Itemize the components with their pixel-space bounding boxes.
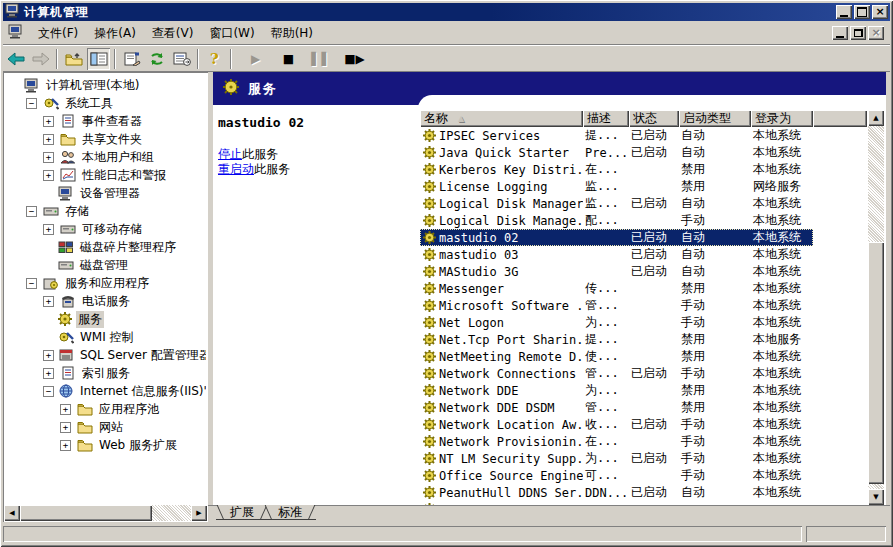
scroll-right-button[interactable]: ▶: [191, 505, 207, 521]
collapse-icon[interactable]: −: [26, 206, 37, 217]
service-row[interactable]: mastudio 03已启动自动本地系统: [420, 246, 868, 263]
expand-icon[interactable]: +: [43, 224, 54, 235]
service-row[interactable]: IPSEC Services提...已启动自动本地系统: [420, 127, 868, 144]
service-row[interactable]: Kerberos Key Distri...在...禁用本地系统: [420, 161, 868, 178]
tree-item-computer[interactable]: 计算机管理(本地): [5, 76, 206, 94]
scroll-track[interactable]: [152, 505, 191, 521]
tree-item-folder[interactable]: +网站: [5, 418, 206, 436]
tree-item-folder[interactable]: +Web 服务扩展: [5, 436, 206, 454]
tree-item-label[interactable]: 可移动存储: [80, 221, 144, 238]
tree-item-sql-config[interactable]: +SQL Server 配置管理器: [5, 346, 206, 364]
tree-item-label[interactable]: SQL Server 配置管理器: [78, 347, 206, 364]
expand-icon[interactable]: +: [60, 404, 71, 415]
service-row[interactable]: License Logging监...禁用网络服务: [420, 178, 868, 195]
service-row[interactable]: Logical Disk Manage...配...手动本地系统: [420, 212, 868, 229]
menu-f[interactable]: 文件(F): [30, 23, 86, 43]
expand-icon[interactable]: +: [60, 422, 71, 433]
tab-standard[interactable]: 标准: [266, 505, 314, 520]
service-row[interactable]: Network Location Aw...收...已启动手动本地系统: [420, 416, 868, 433]
mdi-restore-button[interactable]: [850, 26, 866, 40]
column-header-启动类型[interactable]: 启动类型: [679, 110, 751, 127]
export-list-button[interactable]: [170, 48, 193, 70]
tree-item-device-manager[interactable]: 设备管理器: [5, 184, 206, 202]
tree-horizontal-scrollbar[interactable]: ◀ ▶: [4, 505, 207, 521]
column-header-登录为[interactable]: 登录为: [751, 110, 813, 127]
collapse-icon[interactable]: −: [26, 278, 37, 289]
tree-item-local-users[interactable]: +本地用户和组: [5, 148, 206, 166]
help-button[interactable]: ?: [203, 48, 226, 70]
back-button[interactable]: [4, 48, 27, 70]
collapse-icon[interactable]: −: [26, 98, 37, 109]
scroll-down-button[interactable]: ▼: [868, 489, 884, 505]
properties-button[interactable]: [120, 48, 143, 70]
tree-item-label[interactable]: 磁盘碎片整理程序: [78, 239, 178, 256]
show-tree-button[interactable]: [87, 48, 110, 70]
menu-v[interactable]: 查看(V): [144, 23, 202, 43]
tree-item-label[interactable]: WMI 控制: [78, 329, 136, 346]
tree-item-label[interactable]: 共享文件夹: [80, 131, 144, 148]
service-row[interactable]: Net.Tcp Port Sharin...提...禁用本地服务: [420, 331, 868, 348]
expand-icon[interactable]: +: [43, 152, 54, 163]
tree-item-telephony[interactable]: +电话服务: [5, 292, 206, 310]
stop-service-link[interactable]: 停止: [218, 147, 242, 161]
expand-icon[interactable]: +: [43, 116, 54, 127]
restart-button[interactable]: ■▶: [343, 48, 366, 70]
service-row[interactable]: Messenger传...禁用本地系统: [420, 280, 868, 297]
column-header-状态[interactable]: 状态: [629, 110, 679, 127]
column-header-名称[interactable]: 名称▲: [420, 110, 583, 127]
scroll-left-button[interactable]: ◀: [4, 505, 20, 521]
restart-service-link[interactable]: 重启动: [218, 162, 254, 176]
tree-item-shared-folders[interactable]: +共享文件夹: [5, 130, 206, 148]
list-vertical-scrollbar[interactable]: ▲ ▼: [868, 110, 884, 505]
tree-item-iis[interactable]: −Internet 信息服务(IIS)': [5, 382, 206, 400]
tab-extended[interactable]: 扩展: [218, 505, 266, 520]
tree-item-label[interactable]: 本地用户和组: [80, 149, 156, 166]
tree-item-services-apps[interactable]: −服务和应用程序: [5, 274, 206, 292]
scroll-thumb[interactable]: [20, 505, 152, 521]
tree-item-label[interactable]: 服务和应用程序: [63, 275, 151, 292]
tree-item-wmi[interactable]: WMI 控制: [5, 328, 206, 346]
tree-item-storage[interactable]: −存储: [5, 202, 206, 220]
scroll-thumb[interactable]: [868, 242, 884, 484]
close-button[interactable]: ×: [872, 5, 888, 19]
service-row[interactable]: Office Source Engine可...手动本地系统: [420, 467, 868, 484]
refresh-button[interactable]: [145, 48, 168, 70]
tree-item-label[interactable]: 设备管理器: [78, 185, 142, 202]
up-folder-button[interactable]: [62, 48, 85, 70]
tree-item-folder[interactable]: +应用程序池: [5, 400, 206, 418]
tree-item-label[interactable]: 磁盘管理: [78, 257, 130, 274]
service-row[interactable]: Network Provisionin...在...手动本地系统: [420, 433, 868, 450]
service-row[interactable]: Java Quick StarterPre...已启动自动本地系统: [420, 144, 868, 161]
menu-w[interactable]: 窗口(W): [201, 23, 262, 43]
minimize-button[interactable]: [836, 5, 852, 19]
scroll-up-button[interactable]: ▲: [868, 110, 884, 126]
service-row[interactable]: MAStudio 3G已启动自动本地系统: [420, 263, 868, 280]
tree-item-label[interactable]: 索引服务: [80, 365, 132, 382]
expand-icon[interactable]: +: [43, 296, 54, 307]
tree-item-removable-storage[interactable]: +可移动存储: [5, 220, 206, 238]
expand-icon[interactable]: +: [60, 440, 71, 451]
tree-item-services[interactable]: 服务: [5, 310, 206, 328]
tree-item-label[interactable]: 事件查看器: [80, 113, 144, 130]
expand-icon[interactable]: +: [43, 170, 54, 181]
tree-item-label[interactable]: 网站: [97, 419, 125, 436]
menu-h[interactable]: 帮助(H): [263, 23, 321, 43]
service-row[interactable]: Network DDE DSDM管...禁用本地系统: [420, 399, 868, 416]
tree-item-event-viewer[interactable]: +事件查看器: [5, 112, 206, 130]
menu-a[interactable]: 操作(A): [86, 23, 144, 43]
tree-item-label[interactable]: 应用程序池: [97, 401, 161, 418]
tree-item-system-tools[interactable]: −系统工具: [5, 94, 206, 112]
maximize-button[interactable]: [854, 5, 870, 19]
tree-item-label[interactable]: 性能日志和警报: [80, 167, 168, 184]
tree-item-label[interactable]: Internet 信息服务(IIS)': [78, 383, 206, 400]
collapse-icon[interactable]: −: [43, 386, 54, 397]
service-row[interactable]: Logical Disk Manager监...已启动自动本地系统: [420, 195, 868, 212]
tree-item-label[interactable]: Web 服务扩展: [97, 437, 179, 454]
service-row[interactable]: Network Connections管...已启动手动本地系统: [420, 365, 868, 382]
mdi-minimize-button[interactable]: [832, 26, 848, 40]
service-row[interactable]: Microsoft Software ...管...手动本地系统: [420, 297, 868, 314]
tree-item-label[interactable]: 计算机管理(本地): [44, 77, 141, 94]
tree-item-indexing[interactable]: +索引服务: [5, 364, 206, 382]
column-header-描述[interactable]: 描述: [583, 110, 629, 127]
expand-icon[interactable]: +: [43, 368, 54, 379]
